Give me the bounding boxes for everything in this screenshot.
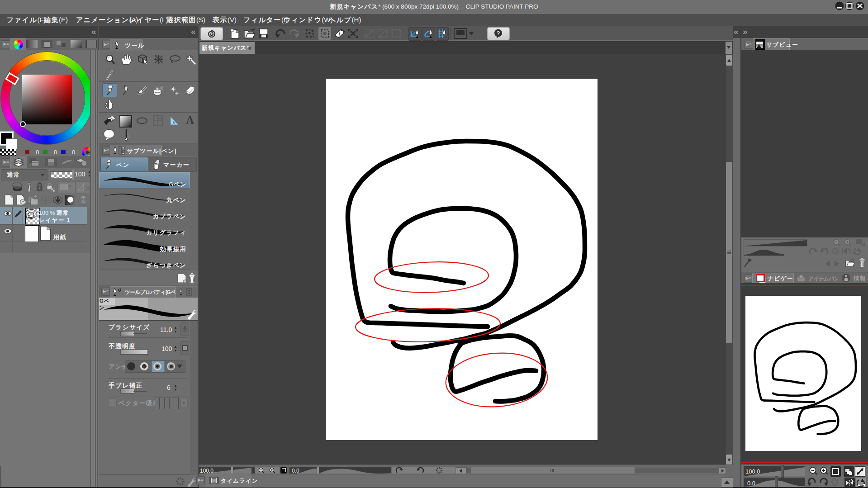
- svg-text:?: ?: [497, 30, 500, 37]
